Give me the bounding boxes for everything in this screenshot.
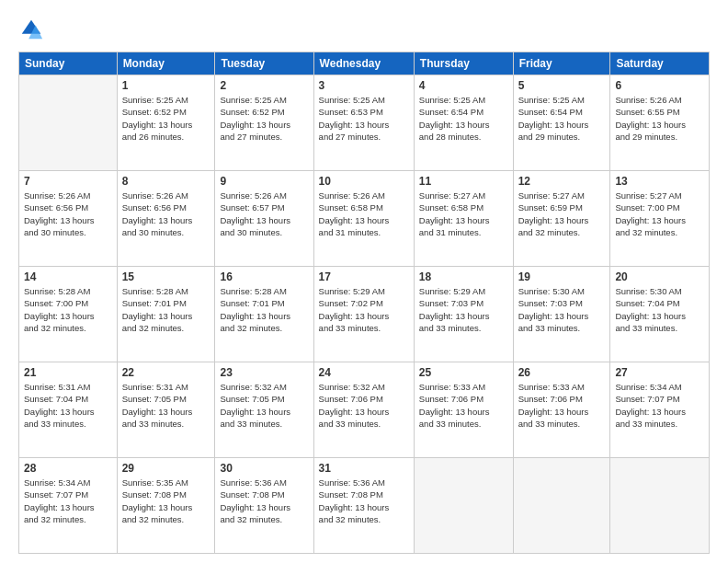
- day-info: Sunrise: 5:32 AM Sunset: 7:06 PM Dayligh…: [319, 381, 409, 430]
- calendar-cell: [414, 458, 513, 554]
- calendar-cell: 9Sunrise: 5:26 AM Sunset: 6:57 PM Daylig…: [215, 171, 313, 267]
- calendar-cell: 26Sunrise: 5:33 AM Sunset: 7:06 PM Dayli…: [513, 362, 610, 458]
- day-number: 18: [419, 270, 508, 283]
- calendar-cell: 28Sunrise: 5:34 AM Sunset: 7:07 PM Dayli…: [19, 458, 118, 554]
- day-number: 30: [220, 462, 308, 475]
- calendar-cell: 15Sunrise: 5:28 AM Sunset: 7:01 PM Dayli…: [117, 267, 215, 362]
- day-number: 29: [122, 462, 210, 475]
- day-number: 28: [24, 462, 112, 475]
- day-info: Sunrise: 5:34 AM Sunset: 7:07 PM Dayligh…: [24, 477, 112, 525]
- day-number: 16: [220, 270, 308, 283]
- week-row-1: 1Sunrise: 5:25 AM Sunset: 6:52 PM Daylig…: [19, 75, 710, 171]
- day-info: Sunrise: 5:28 AM Sunset: 7:01 PM Dayligh…: [220, 285, 308, 334]
- day-number: 26: [518, 366, 606, 379]
- day-info: Sunrise: 5:28 AM Sunset: 7:01 PM Dayligh…: [122, 285, 210, 334]
- day-number: 1: [122, 79, 210, 92]
- calendar-cell: 6Sunrise: 5:26 AM Sunset: 6:55 PM Daylig…: [610, 75, 710, 171]
- day-number: 31: [319, 462, 409, 475]
- calendar-cell: 22Sunrise: 5:31 AM Sunset: 7:05 PM Dayli…: [117, 362, 215, 458]
- logo-icon: [18, 17, 44, 42]
- day-info: Sunrise: 5:27 AM Sunset: 6:59 PM Dayligh…: [518, 190, 606, 238]
- week-row-4: 21Sunrise: 5:31 AM Sunset: 7:04 PM Dayli…: [19, 362, 710, 458]
- calendar-cell: 3Sunrise: 5:25 AM Sunset: 6:53 PM Daylig…: [313, 75, 414, 171]
- day-number: 22: [122, 366, 210, 379]
- week-row-5: 28Sunrise: 5:34 AM Sunset: 7:07 PM Dayli…: [19, 458, 710, 554]
- day-number: 19: [518, 270, 606, 283]
- weekday-header-row: SundayMondayTuesdayWednesdayThursdayFrid…: [19, 52, 710, 75]
- day-info: Sunrise: 5:36 AM Sunset: 7:08 PM Dayligh…: [220, 477, 308, 525]
- weekday-header-saturday: Saturday: [610, 52, 710, 75]
- weekday-header-friday: Friday: [513, 52, 610, 75]
- day-number: 11: [419, 175, 508, 188]
- calendar-cell: [513, 458, 610, 554]
- calendar-cell: 11Sunrise: 5:27 AM Sunset: 6:58 PM Dayli…: [414, 171, 513, 267]
- day-number: 4: [419, 79, 508, 92]
- day-info: Sunrise: 5:28 AM Sunset: 7:00 PM Dayligh…: [24, 285, 112, 334]
- day-info: Sunrise: 5:25 AM Sunset: 6:54 PM Dayligh…: [419, 94, 508, 143]
- weekday-header-thursday: Thursday: [414, 52, 513, 75]
- calendar-cell: 23Sunrise: 5:32 AM Sunset: 7:05 PM Dayli…: [215, 362, 313, 458]
- calendar-cell: 16Sunrise: 5:28 AM Sunset: 7:01 PM Dayli…: [215, 267, 313, 362]
- day-info: Sunrise: 5:26 AM Sunset: 6:58 PM Dayligh…: [319, 190, 409, 238]
- day-info: Sunrise: 5:26 AM Sunset: 6:57 PM Dayligh…: [220, 190, 308, 238]
- day-info: Sunrise: 5:33 AM Sunset: 7:06 PM Dayligh…: [419, 381, 508, 430]
- day-number: 25: [419, 366, 508, 379]
- weekday-header-monday: Monday: [117, 52, 215, 75]
- calendar-cell: 7Sunrise: 5:26 AM Sunset: 6:56 PM Daylig…: [19, 171, 118, 267]
- calendar-cell: 14Sunrise: 5:28 AM Sunset: 7:00 PM Dayli…: [19, 267, 118, 362]
- day-info: Sunrise: 5:36 AM Sunset: 7:08 PM Dayligh…: [319, 477, 409, 525]
- header: [18, 17, 710, 42]
- day-info: Sunrise: 5:26 AM Sunset: 6:56 PM Dayligh…: [24, 190, 112, 238]
- calendar-cell: 18Sunrise: 5:29 AM Sunset: 7:03 PM Dayli…: [414, 267, 513, 362]
- day-info: Sunrise: 5:32 AM Sunset: 7:05 PM Dayligh…: [220, 381, 308, 430]
- day-number: 6: [615, 79, 704, 92]
- calendar-cell: 4Sunrise: 5:25 AM Sunset: 6:54 PM Daylig…: [414, 75, 513, 171]
- day-info: Sunrise: 5:29 AM Sunset: 7:02 PM Dayligh…: [319, 285, 409, 334]
- calendar-cell: 19Sunrise: 5:30 AM Sunset: 7:03 PM Dayli…: [513, 267, 610, 362]
- week-row-3: 14Sunrise: 5:28 AM Sunset: 7:00 PM Dayli…: [19, 267, 710, 362]
- day-number: 9: [220, 175, 308, 188]
- day-info: Sunrise: 5:30 AM Sunset: 7:03 PM Dayligh…: [518, 285, 606, 334]
- day-info: Sunrise: 5:31 AM Sunset: 7:04 PM Dayligh…: [24, 381, 112, 430]
- day-number: 7: [24, 175, 112, 188]
- page: SundayMondayTuesdayWednesdayThursdayFrid…: [0, 0, 728, 563]
- calendar-cell: 10Sunrise: 5:26 AM Sunset: 6:58 PM Dayli…: [313, 171, 414, 267]
- day-number: 10: [319, 175, 409, 188]
- day-info: Sunrise: 5:27 AM Sunset: 6:58 PM Dayligh…: [419, 190, 508, 238]
- calendar-cell: 21Sunrise: 5:31 AM Sunset: 7:04 PM Dayli…: [19, 362, 118, 458]
- calendar-cell: 31Sunrise: 5:36 AM Sunset: 7:08 PM Dayli…: [313, 458, 414, 554]
- day-info: Sunrise: 5:25 AM Sunset: 6:54 PM Dayligh…: [518, 94, 606, 143]
- calendar-cell: 2Sunrise: 5:25 AM Sunset: 6:52 PM Daylig…: [215, 75, 313, 171]
- day-number: 17: [319, 270, 409, 283]
- day-info: Sunrise: 5:30 AM Sunset: 7:04 PM Dayligh…: [615, 285, 704, 334]
- calendar-cell: 1Sunrise: 5:25 AM Sunset: 6:52 PM Daylig…: [117, 75, 215, 171]
- calendar-cell: 30Sunrise: 5:36 AM Sunset: 7:08 PM Dayli…: [215, 458, 313, 554]
- day-number: 15: [122, 270, 210, 283]
- day-number: 5: [518, 79, 606, 92]
- day-number: 8: [122, 175, 210, 188]
- day-number: 2: [220, 79, 308, 92]
- calendar-cell: 17Sunrise: 5:29 AM Sunset: 7:02 PM Dayli…: [313, 267, 414, 362]
- day-number: 3: [319, 79, 409, 92]
- day-info: Sunrise: 5:35 AM Sunset: 7:08 PM Dayligh…: [122, 477, 210, 525]
- calendar-cell: 24Sunrise: 5:32 AM Sunset: 7:06 PM Dayli…: [313, 362, 414, 458]
- day-info: Sunrise: 5:25 AM Sunset: 6:52 PM Dayligh…: [122, 94, 210, 143]
- day-number: 12: [518, 175, 606, 188]
- weekday-header-sunday: Sunday: [19, 52, 118, 75]
- calendar: SundayMondayTuesdayWednesdayThursdayFrid…: [18, 52, 710, 554]
- calendar-cell: [19, 75, 118, 171]
- calendar-cell: 12Sunrise: 5:27 AM Sunset: 6:59 PM Dayli…: [513, 171, 610, 267]
- calendar-cell: 8Sunrise: 5:26 AM Sunset: 6:56 PM Daylig…: [117, 171, 215, 267]
- calendar-cell: 20Sunrise: 5:30 AM Sunset: 7:04 PM Dayli…: [610, 267, 710, 362]
- day-info: Sunrise: 5:34 AM Sunset: 7:07 PM Dayligh…: [615, 381, 704, 430]
- day-info: Sunrise: 5:29 AM Sunset: 7:03 PM Dayligh…: [419, 285, 508, 334]
- day-number: 13: [615, 175, 704, 188]
- day-number: 14: [24, 270, 112, 283]
- calendar-cell: 13Sunrise: 5:27 AM Sunset: 7:00 PM Dayli…: [610, 171, 710, 267]
- day-info: Sunrise: 5:33 AM Sunset: 7:06 PM Dayligh…: [518, 381, 606, 430]
- day-number: 27: [615, 366, 704, 379]
- day-number: 24: [319, 366, 409, 379]
- day-info: Sunrise: 5:25 AM Sunset: 6:53 PM Dayligh…: [319, 94, 409, 143]
- calendar-cell: 25Sunrise: 5:33 AM Sunset: 7:06 PM Dayli…: [414, 362, 513, 458]
- calendar-cell: 29Sunrise: 5:35 AM Sunset: 7:08 PM Dayli…: [117, 458, 215, 554]
